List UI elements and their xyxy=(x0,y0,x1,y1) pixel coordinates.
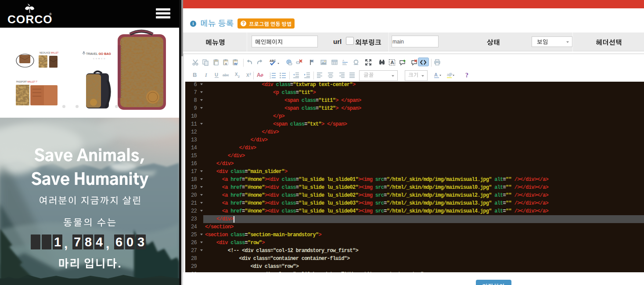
svg-text:PASSPORT WALLET 7": PASSPORT WALLET 7" xyxy=(16,81,38,83)
svg-text:A: A xyxy=(391,60,394,65)
svg-text:A: A xyxy=(342,59,344,62)
svg-text:W: W xyxy=(234,62,237,66)
svg-text:?: ? xyxy=(465,72,468,79)
svg-text:C O R C O: C O R C O xyxy=(93,58,105,60)
svg-text:I: I xyxy=(205,72,208,78)
svg-text:U: U xyxy=(215,72,218,77)
svg-text:TRAVEL GO BAG: TRAVEL GO BAG xyxy=(86,52,111,55)
svg-text:B: B xyxy=(193,72,197,78)
svg-text:A: A xyxy=(257,72,261,78)
svg-text:2: 2 xyxy=(238,75,240,78)
svg-text:A: A xyxy=(225,62,227,66)
svg-text:2: 2 xyxy=(249,72,251,76)
svg-text:X: X xyxy=(246,73,249,78)
svg-text:3: 3 xyxy=(270,76,271,79)
svg-text:X: X xyxy=(235,72,238,77)
svg-text:NECKLACE WALLET: NECKLACE WALLET xyxy=(40,52,59,54)
svg-text:A: A xyxy=(434,72,438,77)
